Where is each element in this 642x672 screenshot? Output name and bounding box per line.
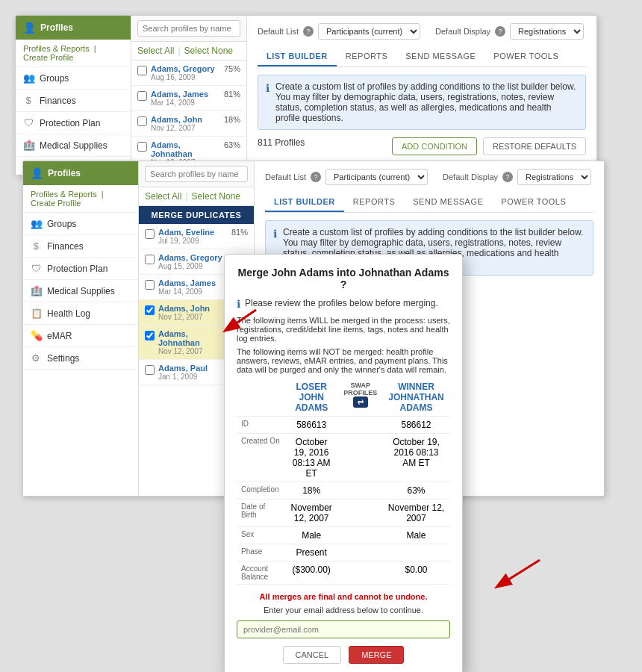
bg-profile-name-0: Adams, Gregory bbox=[151, 64, 220, 73]
merge-row-winner-value: October 19, 2016 08:13 AM ET bbox=[382, 434, 450, 482]
sidebar-item-groups-bg[interactable]: 👥 Groups bbox=[16, 67, 131, 90]
bg-default-list-help[interactable]: ? bbox=[303, 26, 314, 37]
fg-default-list-label: Default List bbox=[265, 172, 306, 181]
bg-profile-checkbox-2[interactable] bbox=[137, 116, 147, 126]
bg-right-panel: Default List ? Participants (current) De… bbox=[247, 16, 596, 175]
fg-profile-info-0: Adam, Eveline Jul 19, 2009 bbox=[158, 228, 228, 245]
swap-profiles-button[interactable]: ⇄ bbox=[353, 396, 368, 408]
confirm-merge-button[interactable]: MERGE bbox=[349, 646, 404, 664]
sidebar-label-protection-bg: Protection Plan bbox=[40, 118, 100, 128]
fg-profile-entry-0[interactable]: Adam, Eveline Jul 19, 2009 81% bbox=[139, 224, 254, 249]
fg-profile-checkbox-0[interactable] bbox=[145, 229, 155, 239]
bg-search-box[interactable] bbox=[131, 16, 246, 42]
modal-will-merge: The following items WILL be merged in th… bbox=[237, 316, 450, 343]
fg-profile-checkbox-2[interactable] bbox=[145, 280, 155, 290]
email-input[interactable] bbox=[237, 620, 450, 638]
arrow-modal-merge-button bbox=[489, 556, 541, 594]
fg-tab-list-builder[interactable]: LIST BUILDER bbox=[265, 193, 344, 212]
fg-profile-checkbox-1[interactable] bbox=[145, 255, 155, 264]
bg-search-input[interactable] bbox=[137, 20, 240, 37]
bg-sidebar-sub[interactable]: Profiles & Reports | Create Profile bbox=[16, 40, 131, 67]
sidebar-item-protection-fg[interactable]: 🛡 Protection Plan bbox=[23, 258, 138, 280]
sidebar-item-medical-fg[interactable]: 🏥 Medical Supplies bbox=[23, 280, 138, 302]
bg-profile-entry-0[interactable]: Adams, Gregory Aug 16, 2009 75% bbox=[131, 60, 246, 86]
bg-profile-date-2: Nov 12, 2007 bbox=[151, 124, 220, 132]
merge-table-row: Account Balance ($300.00) $0.00 bbox=[237, 561, 450, 585]
svg-line-1 bbox=[226, 310, 256, 330]
bg-default-display-help[interactable]: ? bbox=[495, 26, 505, 37]
background-window: 👤 Profiles Profiles & Reports | Create P… bbox=[15, 15, 597, 175]
fg-select-none[interactable]: Select None bbox=[192, 191, 240, 202]
fg-tab-send-message[interactable]: SEND MESSAGE bbox=[404, 193, 492, 212]
fg-default-list-help[interactable]: ? bbox=[311, 172, 321, 182]
sidebar-item-emar-fg[interactable]: 💊 eMAR bbox=[23, 325, 138, 347]
finances-icon-fg: $ bbox=[31, 240, 41, 252]
merge-duplicates-button[interactable]: MERGE DUPLICATES bbox=[139, 206, 254, 224]
bg-default-list-select[interactable]: Participants (current) bbox=[318, 23, 420, 40]
bg-tab-list-builder[interactable]: LIST BUILDER bbox=[258, 47, 337, 66]
fg-tab-reports[interactable]: REPORTS bbox=[344, 193, 404, 212]
fg-profile-checkbox-3[interactable] bbox=[145, 305, 155, 315]
modal-wont-merge: The following items will NOT be merged: … bbox=[237, 347, 450, 374]
bg-select-none[interactable]: Select None bbox=[184, 46, 233, 56]
fg-default-display-select[interactable]: Registrations bbox=[517, 169, 591, 185]
bg-add-condition-button[interactable]: ADD CONDITION bbox=[392, 137, 477, 155]
bg-tab-power-tools[interactable]: POWER TOOLS bbox=[484, 47, 567, 66]
fg-profile-name-2: Adams, James bbox=[158, 279, 228, 287]
profiles-icon-bg: 👤 bbox=[23, 22, 36, 34]
sidebar-item-medical-bg[interactable]: 🏥 Medical Supplies bbox=[16, 134, 131, 157]
bg-tab-reports[interactable]: REPORTS bbox=[337, 47, 396, 66]
sidebar-item-protection-bg[interactable]: 🛡 Protection Plan bbox=[16, 112, 131, 134]
merge-table-field-header bbox=[237, 379, 284, 417]
fg-profile-date-4: Nov 12, 2007 bbox=[158, 347, 228, 355]
fg-sidebar-sub[interactable]: Profiles & Reports | Create Profile bbox=[23, 185, 138, 213]
emar-icon-fg: 💊 bbox=[31, 330, 41, 341]
bg-select-all[interactable]: Select All bbox=[137, 46, 174, 56]
fg-select-all[interactable]: Select All bbox=[145, 191, 181, 202]
bg-tab-send-message[interactable]: SEND MESSAGE bbox=[396, 47, 484, 66]
merge-row-loser-value: Present bbox=[284, 544, 339, 561]
fg-profile-checkbox-4[interactable] bbox=[145, 331, 155, 340]
bg-default-display-select[interactable]: Registrations bbox=[510, 23, 584, 40]
profiles-reports-link-fg[interactable]: Profiles & Reports bbox=[31, 190, 97, 199]
merge-row-winner-value: 586612 bbox=[382, 417, 450, 434]
sidebar-label-groups-bg: Groups bbox=[40, 73, 69, 84]
sidebar-item-healthlog-fg[interactable]: 📋 Health Log bbox=[23, 302, 138, 325]
sidebar-item-finances-fg[interactable]: $ Finances bbox=[23, 235, 138, 258]
bg-restore-defaults-button[interactable]: RESTORE DEFAULTS bbox=[483, 137, 586, 155]
protection-icon-bg: 🛡 bbox=[23, 117, 34, 128]
merge-row-winner-value: Male bbox=[382, 527, 450, 544]
bg-profile-checkbox-0[interactable] bbox=[137, 66, 147, 75]
fg-profile-checkbox-5[interactable] bbox=[145, 365, 155, 375]
merge-table-swap-header: SWAP PROFILES ⇄ bbox=[339, 379, 382, 417]
groups-icon-bg: 👥 bbox=[23, 72, 34, 84]
fg-default-list-select[interactable]: Participants (current) bbox=[325, 169, 428, 185]
fg-default-display-label: Default Display bbox=[443, 172, 498, 181]
create-profile-link-bg[interactable]: Create Profile bbox=[23, 53, 73, 62]
merge-row-field: Phase bbox=[237, 544, 284, 561]
medical-icon-fg: 🏥 bbox=[31, 285, 41, 296]
fg-search-input[interactable] bbox=[145, 166, 248, 182]
profiles-reports-link-bg[interactable]: Profiles & Reports bbox=[23, 44, 90, 53]
bg-profile-entry-1[interactable]: Adams, James Mar 14, 2009 81% bbox=[131, 86, 246, 111]
create-profile-link-fg[interactable]: Create Profile bbox=[31, 199, 81, 208]
bg-profile-info-2: Adams, John Nov 12, 2007 bbox=[151, 115, 220, 132]
merge-row-field: Created On bbox=[237, 434, 284, 482]
finances-icon-bg: $ bbox=[23, 95, 34, 106]
sidebar-item-settings-fg[interactable]: ⚙ Settings bbox=[23, 347, 138, 370]
bg-profile-checkbox-3[interactable] bbox=[137, 142, 147, 152]
fg-profile-date-3: Nov 12, 2007 bbox=[158, 313, 228, 321]
fg-tab-power-tools[interactable]: POWER TOOLS bbox=[492, 193, 575, 212]
sidebar-item-groups-fg[interactable]: 👥 Groups bbox=[23, 213, 138, 235]
bg-profile-entry-2[interactable]: Adams, John Nov 12, 2007 18% bbox=[131, 111, 246, 137]
fg-profile-info-3: Adams, John Nov 12, 2007 bbox=[158, 304, 228, 321]
bg-profile-pct-1: 81% bbox=[224, 90, 240, 99]
bg-tabs-row: LIST BUILDER REPORTS SEND MESSAGE POWER … bbox=[258, 47, 586, 67]
bg-profile-checkbox-1[interactable] bbox=[137, 91, 147, 101]
cancel-merge-button[interactable]: CANCEL bbox=[283, 646, 342, 664]
merge-table-loser-header: LOSER JOHN ADAMS bbox=[284, 379, 339, 417]
fg-search-box[interactable] bbox=[139, 161, 254, 187]
fg-default-display-help[interactable]: ? bbox=[502, 172, 513, 182]
sidebar-item-finances-bg[interactable]: $ Finances bbox=[16, 90, 131, 112]
fg-profile-info-4: Adams, Johnathan Nov 12, 2007 bbox=[158, 329, 228, 355]
